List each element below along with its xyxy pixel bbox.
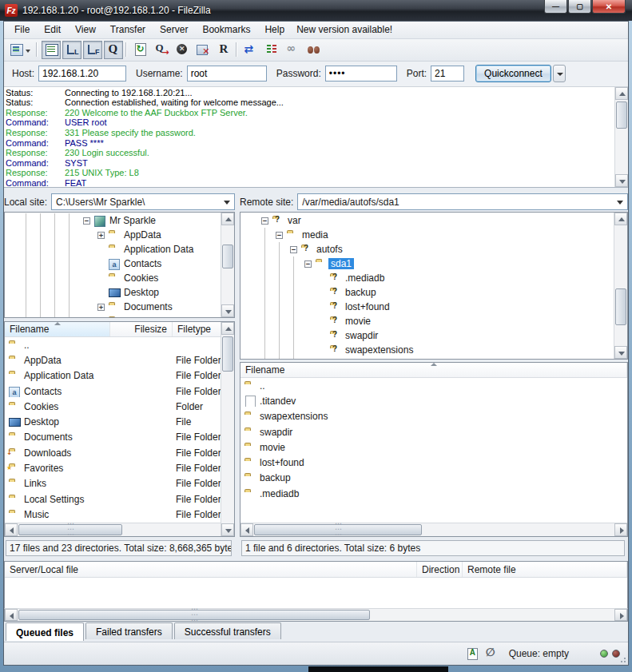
log-scrollbar[interactable] bbox=[614, 87, 628, 187]
tree-expander[interactable] bbox=[261, 217, 268, 225]
tree-row[interactable]: Application Data bbox=[5, 242, 220, 256]
menu-item[interactable]: Transfer bbox=[103, 22, 153, 37]
file-row[interactable]: Application Data File Folder bbox=[5, 368, 221, 384]
quickconnect-button[interactable]: Quickconnect bbox=[475, 65, 551, 82]
column-header-filename[interactable]: Filename bbox=[5, 322, 110, 336]
tree-row[interactable]: Cookies bbox=[5, 271, 220, 285]
toolbar-button[interactable] bbox=[304, 41, 323, 59]
scroll-down-icon[interactable] bbox=[221, 523, 234, 536]
scroll-left-icon[interactable] bbox=[240, 523, 253, 536]
file-row[interactable]: Documents File Folder bbox=[5, 430, 221, 445]
file-row[interactable]: .mediadb bbox=[240, 486, 627, 501]
tree-row[interactable]: var bbox=[240, 213, 613, 228]
file-row[interactable]: .titandev bbox=[240, 393, 627, 408]
local-list-hscrollbar[interactable] bbox=[5, 523, 234, 536]
tree-expander[interactable] bbox=[276, 232, 283, 239]
file-row[interactable]: .. bbox=[240, 378, 627, 393]
toolbar-button[interactable] bbox=[173, 41, 192, 59]
tree-row[interactable]: Downloads bbox=[5, 314, 220, 317]
column-header-remote-file[interactable]: Remote file bbox=[463, 562, 627, 577]
scroll-down-icon[interactable] bbox=[614, 346, 627, 359]
scrollbar-thumb[interactable] bbox=[616, 101, 627, 129]
toolbar-button[interactable] bbox=[9, 41, 34, 59]
tree-row[interactable]: AppData bbox=[5, 228, 220, 242]
resize-grip-icon[interactable] bbox=[617, 654, 626, 663]
tree-expander[interactable] bbox=[97, 304, 105, 311]
remote-tree-scrollbar[interactable] bbox=[614, 213, 627, 359]
tree-row[interactable]: Contacts bbox=[5, 256, 220, 271]
menu-item[interactable]: Help bbox=[257, 22, 292, 37]
scroll-up-icon[interactable] bbox=[221, 322, 234, 335]
queue-tab[interactable]: Failed transfers bbox=[85, 622, 173, 639]
tree-row[interactable]: backup bbox=[240, 285, 613, 300]
remote-site-combobox[interactable]: /var/media/autofs/sda1 bbox=[297, 193, 628, 210]
menu-item[interactable]: File bbox=[7, 22, 37, 37]
scroll-down-icon[interactable] bbox=[615, 174, 628, 187]
password-input[interactable] bbox=[325, 66, 397, 82]
scroll-right-icon[interactable] bbox=[614, 523, 627, 536]
tree-expander[interactable] bbox=[304, 260, 312, 268]
column-header-filesize[interactable]: Filesize bbox=[110, 322, 173, 336]
toolbar-button[interactable] bbox=[152, 41, 171, 59]
menu-item[interactable]: Bookmarks bbox=[195, 22, 257, 37]
scroll-up-icon[interactable] bbox=[615, 87, 628, 100]
scroll-left-icon[interactable] bbox=[5, 609, 18, 621]
toolbar-button[interactable] bbox=[241, 41, 260, 59]
toolbar-button[interactable] bbox=[193, 41, 213, 59]
tree-row[interactable]: lost+found bbox=[240, 300, 613, 314]
file-row[interactable]: swapextensions bbox=[240, 409, 627, 424]
scrollbar-thumb[interactable] bbox=[18, 610, 370, 620]
local-list-scrollbar[interactable] bbox=[221, 322, 234, 536]
column-header-filename[interactable]: Filename bbox=[240, 363, 627, 377]
scroll-up-icon[interactable] bbox=[614, 213, 627, 225]
transfer-type-icon[interactable] bbox=[466, 647, 480, 660]
tree-row[interactable]: swapextensions bbox=[240, 343, 613, 357]
menu-item[interactable]: Server bbox=[153, 22, 195, 37]
file-row[interactable]: backup bbox=[240, 471, 627, 486]
file-row[interactable]: Desktop File bbox=[5, 414, 221, 429]
toolbar-button[interactable] bbox=[214, 41, 233, 59]
tree-row[interactable]: Documents bbox=[5, 300, 220, 314]
file-row[interactable]: Favorites File Folder bbox=[5, 460, 221, 475]
local-tree-scrollbar[interactable] bbox=[221, 213, 234, 317]
minimize-button[interactable]: — bbox=[544, 0, 567, 14]
new-version-notice[interactable]: New version available! bbox=[292, 22, 397, 37]
toolbar-button[interactable] bbox=[83, 41, 102, 59]
queue-tab[interactable]: Queued files bbox=[6, 622, 84, 641]
host-input[interactable] bbox=[38, 66, 126, 82]
tree-row[interactable]: swapdir bbox=[240, 328, 613, 343]
toolbar-button[interactable] bbox=[283, 41, 302, 59]
column-header-server-local-file[interactable]: Server/Local file bbox=[5, 562, 417, 577]
toolbar-button[interactable] bbox=[62, 41, 81, 59]
remote-list-hscrollbar[interactable] bbox=[240, 523, 627, 536]
tree-row[interactable]: media bbox=[240, 228, 613, 242]
tree-row[interactable]: movie bbox=[240, 314, 613, 328]
tree-row[interactable]: Desktop bbox=[5, 285, 220, 300]
file-row[interactable]: .. bbox=[5, 337, 221, 352]
file-row[interactable]: Music File Folder bbox=[5, 507, 221, 522]
file-row[interactable]: Local Settings File Folder bbox=[5, 491, 221, 507]
tree-expander[interactable] bbox=[97, 232, 105, 239]
maximize-button[interactable]: ▢ bbox=[568, 0, 591, 14]
scrollbar-thumb[interactable] bbox=[254, 524, 422, 535]
speed-limit-icon[interactable] bbox=[485, 647, 499, 660]
tree-expander[interactable] bbox=[83, 217, 90, 225]
menu-item[interactable]: View bbox=[68, 22, 103, 37]
local-site-combobox[interactable]: C:\Users\Mr Sparkle\ bbox=[51, 193, 235, 210]
scrollbar-thumb[interactable] bbox=[222, 336, 233, 372]
scroll-left-icon[interactable] bbox=[5, 523, 18, 536]
queue-tab[interactable]: Successful transfers bbox=[174, 622, 281, 639]
scrollbar-thumb[interactable] bbox=[222, 245, 233, 268]
close-button[interactable]: ✕ bbox=[592, 0, 626, 14]
scroll-down-icon[interactable] bbox=[221, 304, 234, 317]
queue-hscrollbar[interactable] bbox=[4, 608, 628, 622]
scroll-up-icon[interactable] bbox=[221, 213, 234, 225]
tree-row[interactable]: .mediadb bbox=[240, 271, 613, 285]
file-row[interactable]: Contacts File Folder bbox=[5, 384, 221, 399]
scrollbar-thumb[interactable] bbox=[18, 524, 122, 535]
tree-row[interactable]: dvd bbox=[240, 357, 613, 359]
scrollbar-thumb[interactable] bbox=[615, 288, 626, 325]
tree-row[interactable]: Mr Sparkle bbox=[5, 213, 220, 228]
column-header-direction[interactable]: Direction bbox=[417, 562, 463, 577]
tree-expander[interactable] bbox=[290, 246, 297, 253]
